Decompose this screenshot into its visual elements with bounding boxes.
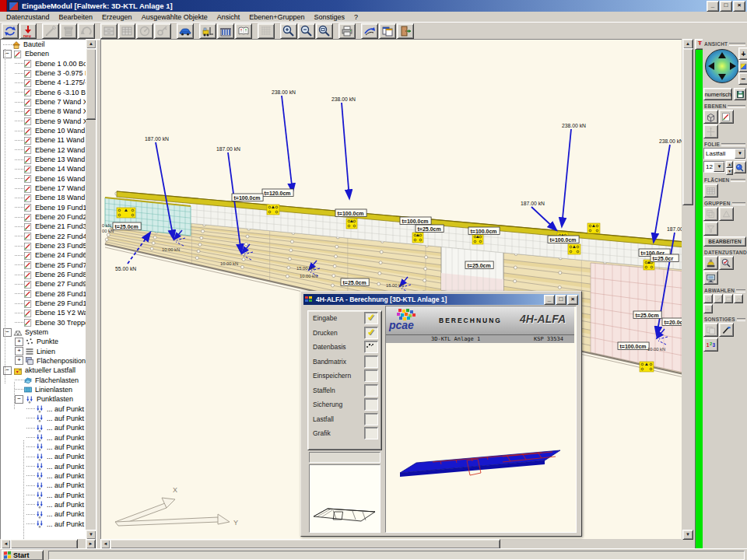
folie-zoom-button[interactable] [734, 161, 746, 173]
tree-item-ebene-14-wand-y1[interactable]: Ebene 14 Wand Y1 [1, 164, 86, 173]
tree-expander[interactable]: + [15, 347, 23, 355]
menu-ausgew-hlte-objekte[interactable]: Ausgewählte Objekte [137, 12, 212, 22]
edit-pen-button[interactable] [42, 23, 59, 39]
dropdown-arrow-icon[interactable]: ▼ [714, 162, 724, 172]
canvas-hscrollbar[interactable]: ◄ [100, 539, 682, 548]
tree-item-ebene-1-0-00-bopl-[interactable]: Ebene 1 0.00 Bopl. [1, 59, 86, 68]
rotate-left-icon[interactable] [708, 62, 714, 70]
zoom-window-button[interactable] [316, 23, 333, 39]
canvas-scroll-down[interactable]: ▼ [682, 530, 693, 540]
neu-arrow-button[interactable]: neu [19, 23, 37, 39]
tree-item--auf-punkt-475[interactable]: ... auf Punkt 475 [1, 443, 86, 452]
tree-item-ebene-30-treppenl[interactable]: Ebene 30 Treppenl [1, 318, 86, 327]
grid-button[interactable] [258, 23, 275, 39]
datenzustand-check-button[interactable] [719, 256, 734, 270]
dialog-maximize-button[interactable]: □ [556, 295, 566, 305]
abwahl-punkt-button[interactable] [703, 294, 713, 303]
canvas-vscrollbar[interactable]: ▲ ▼ [682, 39, 693, 539]
tree-item-ebene-20-fund2[interactable]: Ebene 20 Fund2 [1, 212, 86, 222]
menu-bearbeiten[interactable]: Bearbeiten [54, 12, 98, 22]
tree-item-flächenpositionen[interactable]: +Flächenpositionen [1, 356, 86, 366]
tree-vscrollbar[interactable]: ▲ ▼ [86, 39, 96, 539]
tree-hscrollbar[interactable]: ◄ ► [0, 539, 96, 548]
redraw-eye-button[interactable] [361, 23, 378, 39]
tree-item--auf-punkt-474[interactable]: ... auf Punkt 474 [1, 490, 86, 499]
menu-sonstiges[interactable]: Sonstiges [310, 12, 350, 22]
tree-item-ebene-11-wand-x5[interactable]: Ebene 11 Wand X5 [1, 135, 86, 145]
undo-button[interactable] [78, 23, 95, 39]
tree-item-ebene-27-fund9[interactable]: Ebene 27 Fund9 [1, 279, 86, 289]
building-button[interactable] [217, 23, 234, 39]
folie-number-select[interactable]: 12▼ [703, 161, 725, 173]
tree-item-ebenen[interactable]: −Ebenen [1, 49, 86, 58]
tree-item-ebene-17-wand-y4[interactable]: Ebene 17 Wand Y4 [1, 184, 86, 193]
tree-item--auf-punkt-432[interactable]: ... auf Punkt 432 [1, 519, 86, 528]
tree-item-ebene-4-1-275-1-4[interactable]: Ebene 4 -1.275/-1.4 [1, 78, 86, 87]
start-button[interactable]: Start [2, 550, 44, 560]
gruppen-add-button[interactable] [719, 207, 734, 221]
tree-item--auf-punkt-472[interactable]: ... auf Punkt 472 [1, 423, 86, 432]
pages-button[interactable] [379, 23, 396, 39]
tree-item-linien[interactable]: +Linien [1, 347, 86, 356]
tree-item--auf-punkt-465[interactable]: ... auf Punkt 465 [1, 414, 86, 423]
datenzustand-pc-button[interactable] [703, 271, 718, 285]
datenzustand-stamp-button[interactable] [703, 256, 718, 270]
forklift-button[interactable] [199, 23, 216, 39]
tree-item--auf-punkt-470[interactable]: ... auf Punkt 470 [1, 461, 86, 471]
ebene-move-button[interactable] [703, 124, 718, 138]
menu--[interactable]: ? [349, 12, 363, 22]
tree-item-ebene-26-fund8[interactable]: Ebene 26 Fund8 [1, 270, 86, 279]
bearbeiten-button[interactable]: BEARBEITEN [703, 236, 746, 247]
menu-ebenen-gruppen[interactable]: Ebenen+Gruppen [244, 12, 309, 22]
tree-item-ebene-3-0-975-bop[interactable]: Ebene 3 -0.975 Bop [1, 68, 86, 78]
tree-item--auf-punkt-472[interactable]: ... auf Punkt 472 [1, 500, 86, 509]
folie-type-select[interactable]: Lastfall▼ [703, 148, 746, 159]
tree-item-ebene-6-3-10-bopl-[interactable]: Ebene 6 -3.10 Bopl. [1, 88, 86, 97]
tree-item-ebene-24-fund6[interactable]: Ebene 24 Fund6 [1, 250, 86, 260]
tree-item-ebene-16-wand-y3[interactable]: Ebene 16 Wand Y3 [1, 174, 86, 184]
view-rotate-ball[interactable] [705, 49, 739, 83]
numerisch-button[interactable]: numerisch [703, 88, 732, 100]
taskbar-tray-area[interactable] [48, 551, 745, 560]
dialog-close-button[interactable]: × [567, 295, 578, 305]
tree-item-ebene-10-wand-x4[interactable]: Ebene 10 Wand X4 [1, 126, 86, 135]
zoom-in-step-button[interactable]: + [738, 47, 747, 60]
tree-item--auf-punkt-471[interactable]: ... auf Punkt 471 [1, 471, 86, 481]
car-button[interactable] [177, 23, 194, 39]
tree-item-ebene-12-wand-x6[interactable]: Ebene 12 Wand X6 [1, 145, 86, 155]
menu-erzeugen[interactable]: Erzeugen [97, 12, 137, 22]
tree-item--auf-punkt-476[interactable]: ... auf Punkt 476 [1, 452, 86, 461]
canvas-vscroll-thumb[interactable] [682, 48, 693, 205]
tree-item-ebene-25-fund7[interactable]: Ebene 25 Fund7 [1, 261, 86, 270]
close-button[interactable]: × [733, 1, 745, 12]
tree-expander[interactable]: + [15, 356, 23, 365]
spin-up-button[interactable]: ▲ [726, 161, 732, 168]
tree-expander[interactable]: + [15, 338, 23, 346]
maximize-button[interactable]: □ [720, 1, 732, 12]
tree-item-ebene-19-fund1[interactable]: Ebene 19 Fund1 [1, 203, 86, 212]
zoom-in-button[interactable] [280, 23, 297, 39]
save-view-button[interactable] [734, 88, 746, 100]
tree-item-ebene-18-wand-y5[interactable]: Ebene 18 Wand Y5 [1, 193, 86, 202]
berechnung-dialog[interactable]: 4H-ALFA - Berechnung [3D-KTL Anlage 1] _… [300, 291, 582, 537]
dropdown-arrow-icon[interactable]: ▼ [735, 149, 745, 159]
rotate-up-icon[interactable] [718, 52, 726, 58]
menu-ansicht[interactable]: Ansicht [212, 12, 245, 22]
abwahl-flaeche-button[interactable] [724, 294, 733, 303]
exit-door-button[interactable] [397, 23, 414, 39]
gruppen-select-button[interactable] [703, 207, 718, 221]
spin-down-button[interactable]: ▼ [726, 168, 732, 175]
tree-item-ebene-9-wand-x3[interactable]: Ebene 9 Wand X3 [1, 117, 86, 126]
datenzustand-sync-button[interactable] [2, 23, 19, 39]
tree-item-ebene-21-fund3[interactable]: Ebene 21 Fund3 [1, 222, 86, 231]
tree-item-bauteil[interactable]: Bauteil [1, 40, 86, 49]
gruppen-filter-button[interactable] [703, 222, 718, 236]
zoom-out-button[interactable] [298, 23, 315, 39]
tree-item-ebene-23-fund5[interactable]: Ebene 23 Fund5 [1, 241, 86, 250]
tree-item--auf-punkt-431[interactable]: ... auf Punkt 431 [1, 509, 86, 519]
tree-item-system[interactable]: −System [1, 327, 86, 337]
abwahl-linie-button[interactable] [714, 294, 723, 303]
tree-item-ebene-28-fund10[interactable]: Ebene 28 Fund10 [1, 289, 86, 299]
tree-item-ebene-8-wand-x2[interactable]: Ebene 8 Wand X2 [1, 107, 86, 116]
tree-scroll-thumb[interactable] [86, 48, 96, 120]
